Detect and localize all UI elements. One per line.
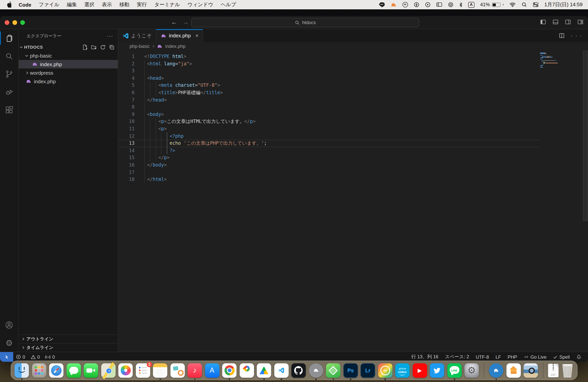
code-line-3[interactable]: 3 xyxy=(118,67,540,74)
breadcrumb[interactable]: php-basic index.php xyxy=(118,42,588,51)
status-cursor-position[interactable]: 行 13、列 16 xyxy=(409,352,441,362)
breadcrumb-file[interactable]: index.php xyxy=(165,43,186,49)
command-center-search[interactable]: htdocs xyxy=(191,18,419,27)
dock-facetime-icon[interactable] xyxy=(84,363,98,378)
code-line-12[interactable]: 12 <?php xyxy=(118,132,540,140)
dock-launchpad-icon[interactable] xyxy=(32,363,46,378)
remote-indicator[interactable] xyxy=(0,352,13,362)
dock-mamp-pro-icon[interactable] xyxy=(489,363,504,378)
split-editor-icon[interactable] xyxy=(559,33,565,39)
line-menu-icon[interactable]: LINE xyxy=(378,1,384,8)
status-encoding[interactable]: UTF-8 xyxy=(473,352,492,362)
status-eol[interactable]: LF xyxy=(493,352,504,362)
menu-item-実行[interactable]: 実行 xyxy=(137,1,147,8)
spotlight-menu-icon[interactable] xyxy=(521,1,527,8)
new-folder-icon[interactable] xyxy=(91,44,97,50)
dock-chrome-icon[interactable] xyxy=(222,363,237,378)
dock-music-icon[interactable]: ♪ xyxy=(188,363,202,378)
code-line-4[interactable]: 4 <head> xyxy=(118,75,540,82)
tab-index.php[interactable]: index.php× xyxy=(156,29,203,42)
code-line-9[interactable]: 9 <body> xyxy=(118,111,540,118)
accessibility-menu-icon[interactable] xyxy=(414,1,419,8)
menu-item-表示[interactable]: 表示 xyxy=(102,1,112,8)
activity-account-icon[interactable] xyxy=(0,316,19,334)
dock-preview-icon[interactable] xyxy=(524,363,538,378)
activity-settings-icon[interactable]: ⚙ xyxy=(0,334,19,352)
navigate-forward-button[interactable]: → xyxy=(183,19,189,25)
apple-menu-icon[interactable] xyxy=(6,1,11,8)
dock-zip-icon[interactable]: ZIP xyxy=(548,363,559,377)
code-line-7[interactable]: 7 </head> xyxy=(118,96,540,104)
navigate-back-button[interactable]: ← xyxy=(171,19,177,25)
status-notifications[interactable] xyxy=(574,352,584,362)
tree-item-wordpress[interactable]: wordpress xyxy=(19,68,118,77)
customize-layout-icon[interactable] xyxy=(578,19,583,25)
tree-item-php-basic[interactable]: php-basic xyxy=(19,51,118,60)
dock-prime-video-icon[interactable]: primevideo xyxy=(395,363,410,378)
status-language-mode[interactable]: PHP xyxy=(505,352,520,362)
dock-twitter-icon[interactable] xyxy=(430,363,444,378)
adobe-cc-menu-icon[interactable]: ∞ xyxy=(402,1,408,8)
dock-google-maps-icon[interactable] xyxy=(240,363,254,378)
code-line-17[interactable]: 17 xyxy=(118,169,540,176)
dock-notes-icon[interactable] xyxy=(153,363,168,378)
dock-photos-icon[interactable] xyxy=(118,363,133,378)
dock-messages-icon[interactable] xyxy=(66,363,81,378)
code-line-5[interactable]: 5 <meta charset="UTF-8"> xyxy=(118,82,540,89)
activity-scm-icon[interactable] xyxy=(0,65,19,83)
mamp-menu-icon[interactable] xyxy=(390,1,397,8)
toggle-panel-icon[interactable] xyxy=(553,19,558,25)
dock-mamp-icon[interactable] xyxy=(309,363,323,378)
dock-finder-icon[interactable] xyxy=(15,363,29,378)
activity-extensions-icon[interactable] xyxy=(0,101,19,119)
dock-github-icon[interactable] xyxy=(292,363,306,378)
play-circle-menu-icon[interactable] xyxy=(425,1,430,8)
toggle-secondary-sidebar-icon[interactable] xyxy=(565,19,571,25)
minimize-window-button[interactable] xyxy=(12,20,17,25)
dock-line-icon[interactable]: LINE xyxy=(447,363,462,378)
code-line-1[interactable]: 1<!DOCTYPE html> xyxy=(118,53,540,60)
code-line-11[interactable]: 11 <p> xyxy=(118,125,540,132)
dock-safari-icon[interactable] xyxy=(49,363,63,378)
outline-section[interactable]: アウトライン xyxy=(19,335,118,343)
menu-bar-clock[interactable]: 1月7日(日) 14:59 xyxy=(544,1,583,8)
editor-more-actions-icon[interactable]: · · · xyxy=(571,33,583,39)
menu-item-移動[interactable]: 移動 xyxy=(119,1,129,8)
dock-google-drive-icon[interactable] xyxy=(257,363,271,378)
code-editor[interactable]: 1<!DOCTYPE html>2 <html lang="ja">34 <he… xyxy=(118,51,588,352)
control-center-menu-icon[interactable] xyxy=(533,1,538,8)
code-line-8[interactable]: 8 xyxy=(118,104,540,111)
menu-item-ターミナル[interactable]: ターミナル xyxy=(154,1,180,8)
activity-files-icon[interactable] xyxy=(0,29,19,47)
menu-app-name[interactable]: Code xyxy=(19,2,31,8)
tree-item-index.php[interactable]: index.php xyxy=(19,77,118,85)
dock-photoshop-icon[interactable]: Ps xyxy=(343,363,358,378)
sidebar-more-actions[interactable]: ··· xyxy=(107,33,113,39)
refresh-explorer-icon[interactable] xyxy=(100,44,106,50)
menu-item-ファイル[interactable]: ファイル xyxy=(39,1,59,8)
close-window-button[interactable] xyxy=(5,20,9,25)
close-tab-icon[interactable]: × xyxy=(195,33,198,39)
airplay-menu-icon[interactable] xyxy=(448,1,453,8)
toggle-primary-sidebar-icon[interactable] xyxy=(540,19,546,25)
dock-maps-icon[interactable] xyxy=(101,363,116,378)
status-warnings[interactable]: 0 xyxy=(28,352,42,362)
code-line-16[interactable]: 16 </body> xyxy=(118,161,540,169)
dock-app-store-icon[interactable]: A xyxy=(205,363,219,378)
breadcrumb-folder[interactable]: php-basic xyxy=(129,43,150,49)
zoom-window-button[interactable] xyxy=(20,20,25,25)
code-line-10[interactable]: 10 <p>この文章はHTMLで出力しています。</p> xyxy=(118,118,540,125)
activity-search-icon[interactable] xyxy=(0,47,19,65)
menu-item-ウィンドウ[interactable]: ウィンドウ xyxy=(188,1,213,8)
code-line-18[interactable]: 18 </html> xyxy=(118,176,540,183)
dock-youtube-icon[interactable]: ▶ xyxy=(413,363,427,378)
bluetooth-menu-icon[interactable] xyxy=(459,1,462,8)
minimap[interactable] xyxy=(540,53,583,84)
status-indentation[interactable]: スペース: 2 xyxy=(442,352,472,362)
menu-item-ヘルプ[interactable]: ヘルプ xyxy=(221,1,236,8)
dock-freeform-icon[interactable] xyxy=(170,363,185,378)
dock-lightroom-icon[interactable]: Lr xyxy=(361,363,375,378)
wifi-menu-icon[interactable] xyxy=(509,1,515,8)
status-ports[interactable]: 0 xyxy=(42,352,58,362)
code-line-2[interactable]: 2 <html lang="ja"> xyxy=(118,60,540,67)
